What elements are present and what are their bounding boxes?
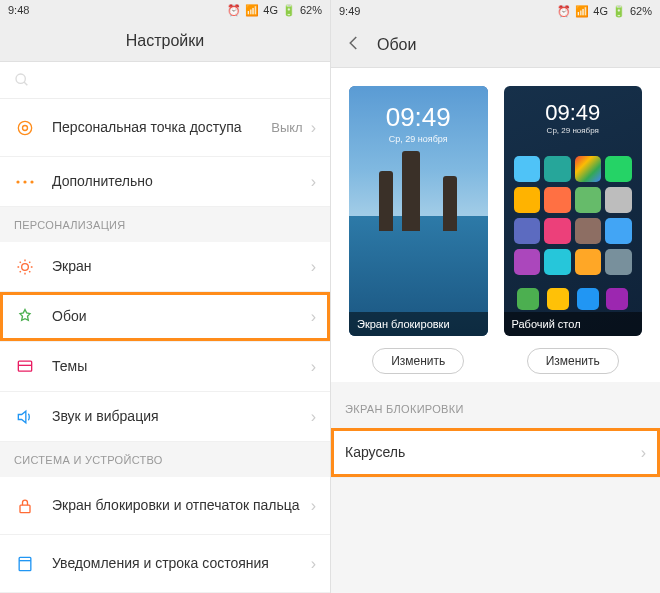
wallpaper-previews: 09:49 Ср, 29 ноября Экран блокировки Изм… xyxy=(331,68,660,382)
chevron-right-icon: › xyxy=(311,119,316,137)
section-system: СИСТЕМА И УСТРОЙСТВО xyxy=(0,442,330,477)
svg-rect-8 xyxy=(18,361,31,371)
change-home-button[interactable]: Изменить xyxy=(527,348,619,374)
network-label: 4G xyxy=(593,5,608,17)
item-value: Выкл xyxy=(271,120,302,135)
status-indicators: ⏰ 📶 4G 🔋 62% xyxy=(29,4,322,17)
svg-point-4 xyxy=(16,180,19,183)
battery-label: 62% xyxy=(630,5,652,17)
home-caption: Рабочий стол xyxy=(504,312,643,336)
chevron-right-icon: › xyxy=(311,258,316,276)
svg-line-1 xyxy=(24,82,27,85)
wallpaper-icon xyxy=(14,306,36,328)
item-wallpaper[interactable]: Обои › xyxy=(0,292,330,342)
network-label: 4G xyxy=(263,4,278,16)
item-more[interactable]: Дополнительно › xyxy=(0,157,330,207)
lock-icon xyxy=(14,495,36,517)
item-label: Карусель xyxy=(345,444,641,462)
wallpaper-screen: 9:49 ⏰ 📶 4G 🔋 62% Обои 09:49 Ср, 29 нояб… xyxy=(330,0,660,593)
svg-rect-9 xyxy=(20,505,30,513)
svg-point-2 xyxy=(23,125,28,130)
item-display[interactable]: Экран › xyxy=(0,242,330,292)
alarm-icon: ⏰ xyxy=(557,5,571,18)
home-date: Ср, 29 ноября xyxy=(504,126,643,135)
themes-icon xyxy=(14,356,36,378)
back-button[interactable] xyxy=(345,34,363,56)
item-themes[interactable]: Темы › xyxy=(0,342,330,392)
battery-icon: 🔋 xyxy=(612,5,626,18)
svg-point-3 xyxy=(18,121,31,134)
chevron-right-icon: › xyxy=(311,358,316,376)
chevron-right-icon: › xyxy=(311,308,316,326)
lock-preview-column: 09:49 Ср, 29 ноября Экран блокировки Изм… xyxy=(349,86,488,374)
home-app-grid xyxy=(514,156,633,290)
search-icon xyxy=(14,72,30,88)
status-bar: 9:49 ⏰ 📶 4G 🔋 62% xyxy=(331,0,660,22)
alarm-icon: ⏰ xyxy=(227,4,241,17)
page-header: Настройки xyxy=(0,20,330,62)
svg-rect-10 xyxy=(19,557,31,570)
item-hotspot[interactable]: Персональная точка доступа Выкл › xyxy=(0,99,330,157)
home-screen-preview[interactable]: 09:49 Ср, 29 ноября Рабочий стол xyxy=(504,86,643,336)
item-lockscreen[interactable]: Экран блокировки и отпечаток пальца › xyxy=(0,477,330,535)
item-label: Дополнительно xyxy=(52,173,311,191)
svg-point-0 xyxy=(16,74,25,83)
page-header: Обои xyxy=(331,22,660,68)
item-notifications[interactable]: Уведомления и строка состояния › xyxy=(0,535,330,593)
hotspot-icon xyxy=(14,117,36,139)
display-icon xyxy=(14,256,36,278)
item-label: Темы xyxy=(52,358,311,376)
signal-icon: 📶 xyxy=(575,5,589,18)
svg-point-7 xyxy=(22,263,29,270)
home-dock xyxy=(514,288,633,310)
item-label: Экран xyxy=(52,258,311,276)
chevron-right-icon: › xyxy=(311,555,316,573)
chevron-right-icon: › xyxy=(311,497,316,515)
section-personalization: ПЕРСОНАЛИЗАЦИЯ xyxy=(0,207,330,242)
search-input[interactable] xyxy=(0,62,330,99)
sound-icon xyxy=(14,406,36,428)
item-carousel[interactable]: Карусель › xyxy=(331,428,660,478)
status-bar: 9:48 ⏰ 📶 4G 🔋 62% xyxy=(0,0,330,20)
lock-caption: Экран блокировки xyxy=(349,312,488,336)
lock-screen-preview[interactable]: 09:49 Ср, 29 ноября Экран блокировки xyxy=(349,86,488,336)
chevron-right-icon: › xyxy=(641,444,646,462)
chevron-right-icon: › xyxy=(311,408,316,426)
notifications-icon xyxy=(14,553,36,575)
status-indicators: ⏰ 📶 4G 🔋 62% xyxy=(360,5,652,18)
item-label: Уведомления и строка состояния xyxy=(52,555,311,573)
list-top: Персональная точка доступа Выкл › Дополн… xyxy=(0,99,330,207)
item-label: Персональная точка доступа xyxy=(52,119,271,137)
more-icon xyxy=(14,171,36,193)
list-lockscreen: Карусель › xyxy=(331,428,660,478)
status-time: 9:49 xyxy=(339,5,360,17)
change-lock-button[interactable]: Изменить xyxy=(372,348,464,374)
status-time: 9:48 xyxy=(8,4,29,16)
battery-icon: 🔋 xyxy=(282,4,296,17)
lock-time: 09:49 xyxy=(349,102,488,133)
chevron-right-icon: › xyxy=(311,173,316,191)
settings-screen: 9:48 ⏰ 📶 4G 🔋 62% Настройки Персональная… xyxy=(0,0,330,593)
item-label: Звук и вибрация xyxy=(52,408,311,426)
svg-point-5 xyxy=(23,180,26,183)
page-title: Настройки xyxy=(126,32,204,50)
list-system: Экран блокировки и отпечаток пальца › Ув… xyxy=(0,477,330,593)
lock-date: Ср, 29 ноября xyxy=(349,134,488,144)
svg-point-6 xyxy=(30,180,33,183)
battery-label: 62% xyxy=(300,4,322,16)
home-preview-column: 09:49 Ср, 29 ноября Рабочий стол Изменит… xyxy=(504,86,643,374)
list-personalization: Экран › Обои › Темы › Звук и вибрация › xyxy=(0,242,330,442)
signal-icon: 📶 xyxy=(245,4,259,17)
item-label: Экран блокировки и отпечаток пальца xyxy=(52,497,311,515)
item-label: Обои xyxy=(52,308,311,326)
item-sound[interactable]: Звук и вибрация › xyxy=(0,392,330,442)
page-title: Обои xyxy=(377,36,416,54)
section-lockscreen: ЭКРАН БЛОКИРОВКИ xyxy=(331,390,660,428)
home-time: 09:49 xyxy=(504,100,643,126)
